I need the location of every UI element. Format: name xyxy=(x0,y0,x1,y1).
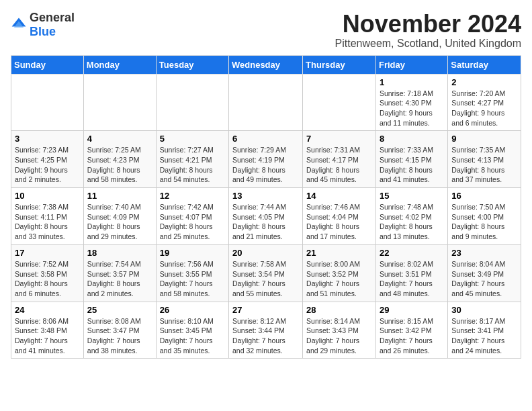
day-info: Sunrise: 7:42 AM Sunset: 4:07 PM Dayligh… xyxy=(160,202,225,242)
calendar-cell: 11Sunrise: 7:40 AM Sunset: 4:09 PM Dayli… xyxy=(83,188,156,245)
day-info: Sunrise: 8:04 AM Sunset: 3:49 PM Dayligh… xyxy=(451,259,517,299)
calendar-header-row: SundayMondayTuesdayWednesdayThursdayFrid… xyxy=(11,55,521,74)
column-header-thursday: Thursday xyxy=(303,55,376,74)
day-info: Sunrise: 7:31 AM Sunset: 4:17 PM Dayligh… xyxy=(306,145,372,185)
month-title: November 2024 xyxy=(335,11,521,38)
calendar-cell: 28Sunrise: 8:14 AM Sunset: 3:43 PM Dayli… xyxy=(303,302,376,359)
calendar-cell xyxy=(11,74,84,131)
day-number: 28 xyxy=(306,305,372,315)
calendar-cell: 10Sunrise: 7:38 AM Sunset: 4:11 PM Dayli… xyxy=(11,188,84,245)
day-info: Sunrise: 7:23 AM Sunset: 4:25 PM Dayligh… xyxy=(15,145,80,185)
logo-text-blue: Blue xyxy=(30,25,56,38)
day-info: Sunrise: 8:14 AM Sunset: 3:43 PM Dayligh… xyxy=(306,316,372,356)
calendar-cell: 9Sunrise: 7:35 AM Sunset: 4:13 PM Daylig… xyxy=(448,131,521,188)
day-info: Sunrise: 8:00 AM Sunset: 3:52 PM Dayligh… xyxy=(306,259,372,299)
calendar-cell xyxy=(303,74,376,131)
day-info: Sunrise: 7:29 AM Sunset: 4:19 PM Dayligh… xyxy=(232,145,299,185)
day-number: 3 xyxy=(15,134,80,144)
calendar-cell: 3Sunrise: 7:23 AM Sunset: 4:25 PM Daylig… xyxy=(11,131,84,188)
day-number: 13 xyxy=(232,191,299,201)
day-number: 2 xyxy=(451,77,517,87)
day-number: 11 xyxy=(87,191,152,201)
day-info: Sunrise: 7:58 AM Sunset: 3:54 PM Dayligh… xyxy=(232,259,299,299)
day-number: 26 xyxy=(160,305,225,315)
day-info: Sunrise: 7:50 AM Sunset: 4:00 PM Dayligh… xyxy=(451,202,517,242)
day-number: 25 xyxy=(87,305,152,315)
day-number: 20 xyxy=(232,248,299,258)
day-info: Sunrise: 7:27 AM Sunset: 4:21 PM Dayligh… xyxy=(160,145,225,185)
day-info: Sunrise: 8:08 AM Sunset: 3:47 PM Dayligh… xyxy=(87,316,152,356)
calendar-cell: 14Sunrise: 7:46 AM Sunset: 4:04 PM Dayli… xyxy=(303,188,376,245)
calendar-cell: 19Sunrise: 7:56 AM Sunset: 3:55 PM Dayli… xyxy=(156,244,228,302)
day-number: 4 xyxy=(87,134,152,144)
calendar-cell: 6Sunrise: 7:29 AM Sunset: 4:19 PM Daylig… xyxy=(229,131,303,188)
calendar-cell: 13Sunrise: 7:44 AM Sunset: 4:05 PM Dayli… xyxy=(229,188,303,245)
day-number: 5 xyxy=(160,134,225,144)
calendar-cell xyxy=(156,74,228,131)
day-number: 9 xyxy=(451,134,517,144)
calendar-cell: 4Sunrise: 7:25 AM Sunset: 4:23 PM Daylig… xyxy=(83,131,156,188)
calendar-cell: 24Sunrise: 8:06 AM Sunset: 3:48 PM Dayli… xyxy=(11,302,84,359)
day-info: Sunrise: 7:35 AM Sunset: 4:13 PM Dayligh… xyxy=(451,145,517,185)
day-number: 1 xyxy=(380,77,444,87)
calendar-cell: 18Sunrise: 7:54 AM Sunset: 3:57 PM Dayli… xyxy=(83,244,156,302)
calendar-cell xyxy=(83,74,156,131)
day-number: 7 xyxy=(306,134,372,144)
day-info: Sunrise: 7:56 AM Sunset: 3:55 PM Dayligh… xyxy=(160,259,225,299)
calendar-cell: 21Sunrise: 8:00 AM Sunset: 3:52 PM Dayli… xyxy=(303,244,376,302)
day-number: 15 xyxy=(380,191,444,201)
calendar-cell: 16Sunrise: 7:50 AM Sunset: 4:00 PM Dayli… xyxy=(448,188,521,245)
calendar-cell: 15Sunrise: 7:48 AM Sunset: 4:02 PM Dayli… xyxy=(375,188,447,245)
day-info: Sunrise: 8:17 AM Sunset: 3:41 PM Dayligh… xyxy=(451,316,517,356)
calendar-cell: 12Sunrise: 7:42 AM Sunset: 4:07 PM Dayli… xyxy=(156,188,228,245)
day-number: 10 xyxy=(15,191,80,201)
column-header-friday: Friday xyxy=(375,55,447,74)
calendar-cell xyxy=(229,74,303,131)
calendar-cell: 1Sunrise: 7:18 AM Sunset: 4:30 PM Daylig… xyxy=(375,74,447,131)
calendar-cell: 30Sunrise: 8:17 AM Sunset: 3:41 PM Dayli… xyxy=(448,302,521,359)
day-info: Sunrise: 7:33 AM Sunset: 4:15 PM Dayligh… xyxy=(380,145,444,185)
column-header-wednesday: Wednesday xyxy=(229,55,303,74)
day-number: 30 xyxy=(451,305,517,315)
calendar-week-row: 24Sunrise: 8:06 AM Sunset: 3:48 PM Dayli… xyxy=(11,302,521,359)
day-info: Sunrise: 7:52 AM Sunset: 3:58 PM Dayligh… xyxy=(15,259,80,299)
calendar-week-row: 3Sunrise: 7:23 AM Sunset: 4:25 PM Daylig… xyxy=(11,131,521,188)
calendar-week-row: 10Sunrise: 7:38 AM Sunset: 4:11 PM Dayli… xyxy=(11,188,521,245)
calendar-cell: 23Sunrise: 8:04 AM Sunset: 3:49 PM Dayli… xyxy=(448,244,521,302)
logo-icon xyxy=(11,17,27,33)
day-number: 21 xyxy=(306,248,372,258)
day-number: 29 xyxy=(380,305,444,315)
calendar-cell: 20Sunrise: 7:58 AM Sunset: 3:54 PM Dayli… xyxy=(229,244,303,302)
column-header-sunday: Sunday xyxy=(11,55,84,74)
calendar-table: SundayMondayTuesdayWednesdayThursdayFrid… xyxy=(11,55,521,359)
day-info: Sunrise: 8:10 AM Sunset: 3:45 PM Dayligh… xyxy=(160,316,225,356)
day-info: Sunrise: 8:12 AM Sunset: 3:44 PM Dayligh… xyxy=(232,316,299,356)
day-info: Sunrise: 7:54 AM Sunset: 3:57 PM Dayligh… xyxy=(87,259,152,299)
page-header: General Blue November 2024 Pittenweem, S… xyxy=(11,11,521,50)
day-number: 8 xyxy=(380,134,444,144)
day-info: Sunrise: 7:40 AM Sunset: 4:09 PM Dayligh… xyxy=(87,202,152,242)
day-number: 12 xyxy=(160,191,225,201)
day-info: Sunrise: 7:25 AM Sunset: 4:23 PM Dayligh… xyxy=(87,145,152,185)
day-info: Sunrise: 7:44 AM Sunset: 4:05 PM Dayligh… xyxy=(232,202,299,242)
calendar-cell: 7Sunrise: 7:31 AM Sunset: 4:17 PM Daylig… xyxy=(303,131,376,188)
day-info: Sunrise: 7:38 AM Sunset: 4:11 PM Dayligh… xyxy=(15,202,80,242)
day-number: 16 xyxy=(451,191,517,201)
column-header-saturday: Saturday xyxy=(448,55,521,74)
day-info: Sunrise: 8:02 AM Sunset: 3:51 PM Dayligh… xyxy=(380,259,444,299)
day-number: 22 xyxy=(380,248,444,258)
day-info: Sunrise: 8:06 AM Sunset: 3:48 PM Dayligh… xyxy=(15,316,80,356)
calendar-week-row: 17Sunrise: 7:52 AM Sunset: 3:58 PM Dayli… xyxy=(11,244,521,302)
day-number: 24 xyxy=(15,305,80,315)
calendar-cell: 25Sunrise: 8:08 AM Sunset: 3:47 PM Dayli… xyxy=(83,302,156,359)
day-number: 17 xyxy=(15,248,80,258)
calendar-cell: 8Sunrise: 7:33 AM Sunset: 4:15 PM Daylig… xyxy=(375,131,447,188)
day-info: Sunrise: 7:18 AM Sunset: 4:30 PM Dayligh… xyxy=(380,89,444,128)
day-number: 18 xyxy=(87,248,152,258)
calendar-cell: 27Sunrise: 8:12 AM Sunset: 3:44 PM Dayli… xyxy=(229,302,303,359)
calendar-cell: 17Sunrise: 7:52 AM Sunset: 3:58 PM Dayli… xyxy=(11,244,84,302)
column-header-tuesday: Tuesday xyxy=(156,55,228,74)
calendar-cell: 5Sunrise: 7:27 AM Sunset: 4:21 PM Daylig… xyxy=(156,131,228,188)
day-number: 14 xyxy=(306,191,372,201)
day-info: Sunrise: 7:48 AM Sunset: 4:02 PM Dayligh… xyxy=(380,202,444,242)
